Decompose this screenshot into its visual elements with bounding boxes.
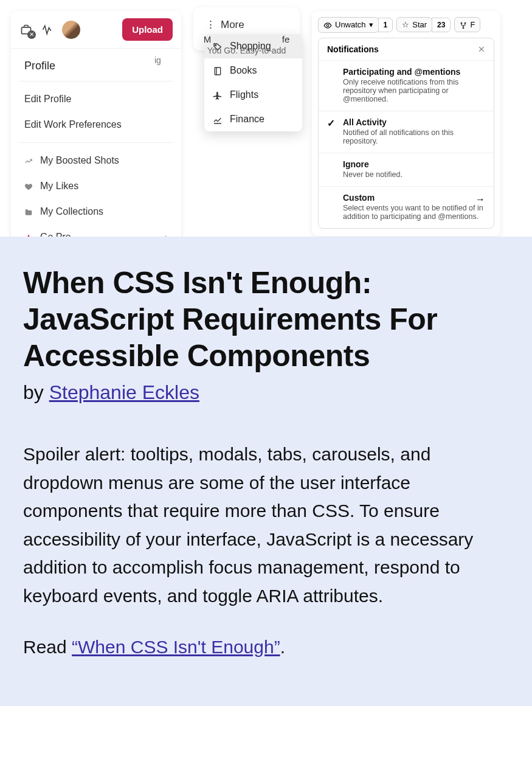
hero-screenshots: ✕ Upload Profile Edit Profile Edit Work …: [0, 0, 532, 237]
option-desc: Never be notified.: [343, 170, 485, 179]
svg-point-5: [465, 23, 466, 24]
arrow-right-icon: →: [475, 194, 485, 205]
work-icon[interactable]: ✕: [19, 24, 33, 36]
chevron-right-icon: ›: [165, 232, 168, 237]
svg-rect-2: [215, 68, 220, 75]
notifications-header: Notifications ✕: [319, 38, 494, 61]
more-label: More: [221, 19, 244, 31]
option-title: Custom: [343, 193, 485, 203]
upload-button[interactable]: Upload: [122, 18, 173, 41]
unwatch-label: Unwatch: [335, 20, 366, 29]
background-fragment: ig: [154, 55, 161, 65]
menu-item-go-pro[interactable]: Go Pro ›: [11, 224, 181, 237]
notifications-title: Notifications: [327, 44, 379, 54]
article-title: When CSS Isn't Enough: JavaScript Requir…: [23, 265, 509, 374]
background-text-2: You Go. Easy-to-add: [181, 46, 312, 55]
menu-item-my-likes[interactable]: My Likes: [11, 173, 181, 199]
menu-label: My Boosted Shots: [40, 155, 119, 166]
byline-prefix: by: [23, 381, 49, 403]
star-icon: ☆: [402, 20, 409, 29]
unwatch-count: 1: [378, 18, 393, 32]
close-icon[interactable]: ✕: [478, 44, 485, 54]
star-label: Star: [412, 20, 427, 29]
dropdown-item-finance[interactable]: Finance: [204, 107, 302, 131]
unwatch-button[interactable]: Unwatch ▾: [318, 17, 379, 33]
background-text: M fe: [181, 34, 312, 44]
menu-item-edit-work-preferences[interactable]: Edit Work Preferences: [11, 112, 181, 137]
dropdown-label: Books: [230, 65, 257, 76]
svg-point-4: [461, 23, 462, 24]
trending-icon: [24, 155, 34, 166]
check-icon: ✓: [327, 117, 335, 129]
menu-item-boosted-shots[interactable]: My Boosted Shots: [11, 148, 181, 173]
notifications-card: Unwatch ▾ 1 ☆ Star 23 F Notifications ✕ …: [312, 11, 500, 236]
star-icon: [24, 232, 34, 237]
star-button[interactable]: ☆ Star: [396, 17, 432, 32]
repo-actions-bar: Unwatch ▾ 1 ☆ Star 23 F: [312, 11, 500, 38]
option-desc: Notified of all notifications on this re…: [343, 128, 485, 145]
dropdown-item-books[interactable]: Books: [204, 58, 302, 83]
eye-icon: [323, 20, 332, 30]
avatar[interactable]: [62, 21, 80, 39]
article-readmore: Read “When CSS Isn't Enough”.: [23, 637, 509, 657]
close-badge-icon: ✕: [27, 30, 36, 39]
finance-icon: [213, 114, 223, 125]
dropdown-label: Finance: [230, 114, 264, 125]
svg-point-6: [463, 27, 464, 29]
article-byline: by Stephanie Eckles: [23, 381, 509, 404]
menu-label: My Collections: [40, 206, 103, 217]
more-dropdown-card: ⋮ More Shopping Books Flights F: [193, 7, 300, 50]
fork-label: F: [470, 20, 475, 29]
read-prefix: Read: [23, 637, 72, 657]
dropdown-item-flights[interactable]: Flights: [204, 83, 302, 107]
svg-point-3: [326, 24, 329, 27]
menu-label: Go Pro: [40, 232, 71, 237]
menu-item-my-collections[interactable]: My Collections: [11, 199, 181, 224]
read-suffix: .: [280, 637, 285, 657]
fork-button[interactable]: F: [454, 17, 480, 32]
notification-option-participating[interactable]: Participating and @mentions Only receive…: [319, 61, 494, 111]
notification-option-custom[interactable]: → Custom Select events you want to be no…: [319, 187, 494, 228]
kebab-icon: ⋮: [206, 18, 216, 31]
option-title: All Activity: [343, 117, 485, 127]
plane-icon: [213, 89, 223, 100]
menu-label: My Likes: [40, 181, 78, 192]
notification-option-ignore[interactable]: Ignore Never be notified.: [319, 153, 494, 187]
book-icon: [213, 65, 223, 76]
profile-menu-header: ✕ Upload: [11, 11, 181, 49]
option-title: Ignore: [343, 159, 485, 169]
article-body: When CSS Isn't Enough: JavaScript Requir…: [0, 237, 532, 706]
option-title: Participating and @mentions: [343, 67, 485, 77]
menu-item-edit-profile[interactable]: Edit Profile: [11, 86, 181, 112]
article-summary: Spoiler alert: tooltips, modals, tabs, c…: [23, 440, 509, 610]
option-desc: Only receive notifications from this rep…: [343, 78, 485, 103]
activity-icon[interactable]: [41, 24, 54, 36]
fork-icon: [460, 20, 467, 29]
notifications-dropdown: Notifications ✕ Participating and @menti…: [318, 38, 494, 229]
read-link[interactable]: “When CSS Isn't Enough”: [72, 637, 280, 657]
folder-icon: [24, 206, 34, 217]
author-link[interactable]: Stephanie Eckles: [49, 381, 199, 403]
notification-option-all-activity[interactable]: ✓ All Activity Notified of all notificat…: [319, 111, 494, 153]
star-count: 23: [432, 18, 451, 32]
dropdown-label: Flights: [230, 89, 258, 100]
chevron-down-icon: ▾: [369, 20, 373, 29]
option-desc: Select events you want to be notified of…: [343, 204, 485, 221]
heart-icon: [24, 181, 34, 192]
profile-menu-card: ✕ Upload Profile Edit Profile Edit Work …: [11, 11, 181, 237]
